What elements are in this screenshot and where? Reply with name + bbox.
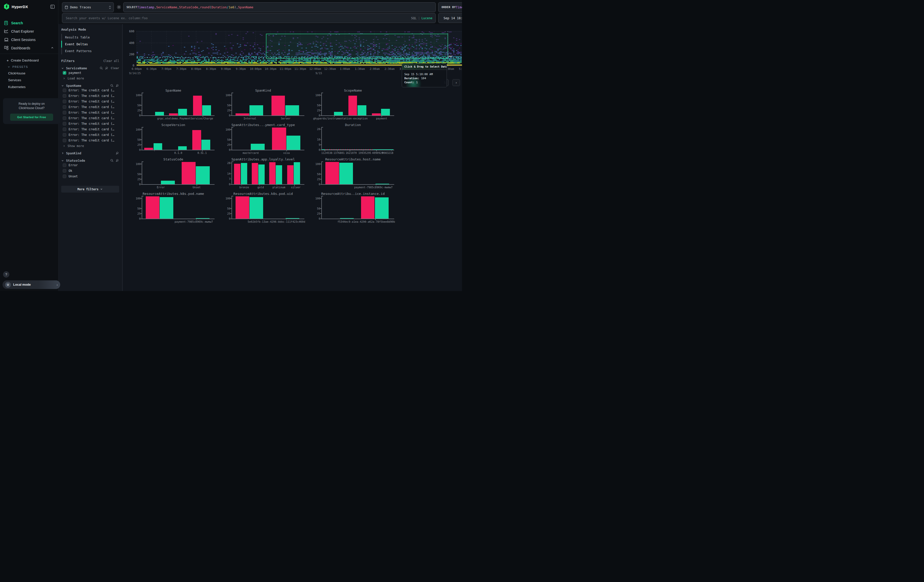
bar-error[interactable] [325,162,339,184]
filter-group-name[interactable]: StatusCode [66,159,85,162]
filter-option[interactable]: Error: The credit card (… [61,99,119,104]
filter-option[interactable]: Error: The credit card (… [61,115,119,121]
bar-error[interactable] [234,164,240,184]
bar-ok[interactable] [258,165,265,184]
pin-icon[interactable] [105,66,109,70]
bar-ok[interactable] [358,105,366,115]
bar-ok[interactable] [251,144,265,150]
bar-ok[interactable] [155,112,164,115]
load-more-button[interactable]: Load more [61,76,119,80]
bar-ok[interactable] [381,109,390,115]
more-filters-button[interactable]: More filters [61,186,119,193]
bar-ok[interactable] [201,140,210,150]
checkbox[interactable] [63,100,66,103]
bar-ok[interactable] [160,197,173,219]
chevron-down-icon[interactable] [61,84,64,87]
bar-error[interactable] [169,113,178,115]
gear-icon[interactable] [116,5,121,10]
bar-ok[interactable] [178,146,187,150]
sidebar-item-chart-explorer[interactable]: Chart Explorer [0,27,58,35]
chevron-right-icon[interactable] [61,152,64,155]
bar-ok[interactable] [196,166,210,184]
selection-box[interactable] [266,34,448,58]
checkbox[interactable] [63,111,66,114]
bar-ok[interactable] [178,109,187,115]
bar-error[interactable] [236,113,249,115]
preset-dashboard-kubernetes[interactable]: Kubernetes [0,84,58,90]
bar-error[interactable] [287,165,294,184]
bar-error[interactable] [271,96,285,115]
bar-ok[interactable] [249,105,263,115]
bar-error[interactable] [272,127,286,150]
bar-ok[interactable] [340,218,354,219]
pin-icon[interactable] [116,159,119,162]
analysis-mode-event-patterns[interactable]: Event Patterns [61,48,119,54]
analysis-mode-results-table[interactable]: Results Table [61,34,119,41]
analysis-mode-event-deltas[interactable]: Event Deltas [61,41,119,48]
filter-option[interactable]: Unset [61,173,119,179]
filter-option[interactable]: Error: The credit card (… [61,104,119,110]
checkbox[interactable] [63,163,66,167]
bar-error[interactable] [348,96,357,115]
bar-error[interactable] [252,163,258,184]
bar-ok[interactable] [339,163,353,184]
pin-icon[interactable] [116,152,119,155]
collapse-sidebar-icon[interactable] [50,5,54,9]
preset-dashboard-services[interactable]: Services [0,77,58,84]
bar-ok[interactable] [294,162,300,184]
search-icon[interactable] [110,159,114,162]
presets-toggle[interactable]: PRESETS [0,64,58,70]
bar-error[interactable] [236,196,249,219]
create-dashboard-button[interactable]: +Create Dashboard [0,57,58,64]
filter-group-name[interactable]: SpanName [66,84,81,87]
user-local-mode-bar[interactable]: U Local mode › [3,280,60,289]
preset-dashboard-clickhouse[interactable]: ClickHouse [0,70,58,77]
chevron-down-icon[interactable] [61,159,64,162]
bar-error[interactable] [193,96,202,115]
checkbox[interactable] [63,105,66,109]
filter-option[interactable]: Ok [61,168,119,173]
next-page-button[interactable]: › [452,79,460,86]
bar-error[interactable] [146,196,159,219]
filter-option[interactable]: Error: The credit card (… [61,132,119,138]
sidebar-item-client-sessions[interactable]: Client Sessions [0,35,58,44]
bar-ok[interactable] [161,181,175,184]
search-icon[interactable] [110,84,114,87]
checkbox[interactable] [63,133,66,137]
bar-error[interactable] [192,130,201,150]
help-button[interactable]: ? [3,271,9,278]
data-source-select[interactable]: Demo Traces [62,2,114,12]
bar-error[interactable] [361,196,375,219]
filter-group-name[interactable]: SpanKind [66,151,81,155]
bar-ok[interactable] [202,105,211,115]
filter-option[interactable]: Error [61,162,119,168]
clear-all-button[interactable]: Clear all [104,59,119,63]
filter-group-name[interactable]: ServiceName [66,66,87,70]
bar-ok[interactable] [375,184,389,184]
bar-error[interactable] [182,162,196,184]
bar-ok[interactable] [249,197,263,219]
checkbox[interactable] [63,138,66,142]
checkbox[interactable] [63,169,66,173]
search-input[interactable] [65,16,409,20]
bar-ok[interactable] [375,197,389,219]
get-started-button[interactable]: Get Started for Free [10,114,53,121]
checkbox[interactable] [63,122,66,125]
clear-filter-button[interactable]: Clear [111,66,119,70]
bar-ok[interactable] [334,112,343,115]
bar-error[interactable] [144,148,153,150]
bar-ok[interactable] [153,143,162,150]
show-more-button[interactable]: Show more [61,143,119,148]
bar-error[interactable] [269,162,276,184]
filter-option[interactable]: ✓payment [61,70,119,76]
order-by-input[interactable]: ORDER BY Timestamp DESC [438,2,462,12]
filter-option[interactable]: Error: The credit card (… [61,93,119,99]
sql-select-input[interactable]: SELECT Timestamp, ServiceName, StatusCod… [123,2,436,12]
checkbox[interactable] [63,94,66,98]
bar-ok[interactable] [241,163,247,184]
chevron-down-icon[interactable] [61,67,64,70]
lucene-toggle[interactable]: Lucene [422,16,432,20]
bar-ok[interactable] [285,105,299,115]
checkbox[interactable] [63,116,66,120]
date-range-picker[interactable]: Sep 14 18:00:00 - Sep 15 05:30:00 [438,13,462,23]
